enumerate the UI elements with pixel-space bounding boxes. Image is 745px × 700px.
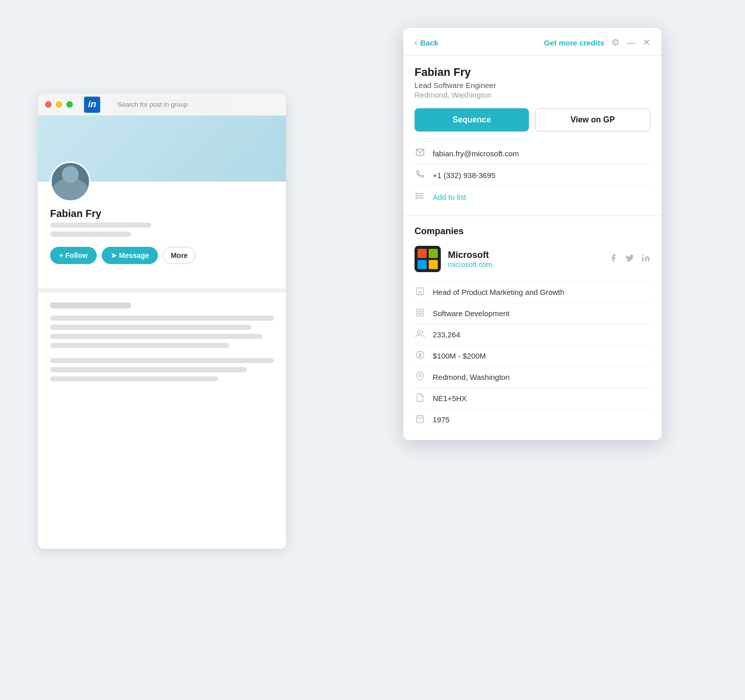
contact-section: Fabian Fry Lead Software Engineer Redmon… [403,56,661,216]
post-section [38,288,286,396]
avatar-svg [52,161,89,200]
avatar-wrap [50,161,91,202]
view-gp-button[interactable]: View on GP [535,108,650,132]
contact-name: Fabian Fry [415,66,650,79]
company-role: Head of Product Marketing and Growth [433,288,564,296]
list-icon [415,191,426,202]
message-button[interactable]: ➤ Message [102,247,158,264]
social-icons [609,253,650,265]
email-icon [415,148,426,159]
svg-point-1 [62,166,78,183]
sk-g [50,376,218,381]
sk-c [50,334,263,339]
company-detail-industry: Software Development [415,302,650,324]
ms-yellow-square [429,260,438,269]
dot-red[interactable] [45,101,52,108]
post-skeleton-title [50,302,131,309]
file-icon [415,393,426,404]
titlebar: in Search for post in group [38,94,286,116]
avatar [50,161,91,202]
company-founded: 1975 [433,415,449,424]
svg-rect-14 [417,314,419,316]
svg-point-7 [416,195,417,196]
facebook-icon[interactable] [609,253,618,265]
company-detail-founded: 1975 [415,409,650,430]
get-credits-button[interactable]: Get more credits [544,38,604,47]
add-to-list-button[interactable]: Add to list [433,193,466,201]
add-to-list-row[interactable]: Add to list [415,186,650,207]
company-detail-role: Head of Product Marketing and Growth [415,281,650,302]
svg-point-10 [642,254,644,255]
gear-icon[interactable]: ⚙ [611,37,619,48]
extension-panel: ‹ Back Get more credits ⚙ — ✕ Fabian Fry… [403,28,661,440]
dollar-icon [415,351,426,361]
svg-point-18 [419,374,422,377]
company-detail-location: Redmond, Washington [415,366,650,387]
skeleton-2 [50,232,131,237]
company-industry: Software Development [433,309,510,318]
ms-red-square [418,249,427,258]
ms-green-square [429,249,438,258]
close-icon[interactable]: ✕ [643,37,650,48]
company-name: Microsoft [448,250,492,260]
company-detail-revenue: $100M - $200M [415,345,650,366]
people-icon [415,329,426,340]
phone-icon [415,169,426,181]
panel-header: ‹ Back Get more credits ⚙ — ✕ [403,28,661,56]
svg-rect-9 [642,256,644,261]
email-value: fabian.fry@microsoft.com [433,149,519,158]
svg-rect-12 [417,309,419,312]
company-name-wrap: Microsoft microsoft.com [448,250,492,269]
back-button[interactable]: Back [420,38,438,47]
linkedin-logo: in [84,97,100,113]
linkedin-search[interactable]: Search for post in group [112,98,234,112]
linkedin-window: in Search for post in group Fabian Fry +… [38,94,286,549]
company-logo [415,246,441,272]
building-icon [415,287,426,297]
linkedin-icon[interactable] [641,253,650,265]
profile-actions: + Follow ➤ Message More [50,247,274,264]
contact-location: Redmond, Washington [415,91,650,99]
sk-d [50,343,229,348]
company-website[interactable]: microsoft.com [448,260,492,269]
svg-point-16 [418,330,421,333]
search-placeholder: Search for post in group [117,101,188,108]
sequence-button[interactable]: Sequence [415,108,529,132]
svg-point-8 [416,198,417,199]
companies-section: Companies Microsoft microsoft.com [403,216,661,440]
sk-f [50,367,247,372]
sk-e [50,358,274,363]
company-detail-employees: 233,264 [415,324,650,345]
companies-title: Companies [415,226,650,237]
company-detail-postal: NE1+5HX [415,387,650,409]
calendar-icon [415,414,426,425]
company-postal: NE1+5HX [433,394,467,403]
sk-b [50,325,252,330]
panel-header-right: Get more credits ⚙ — ✕ [544,37,650,48]
action-buttons: Sequence View on GP [415,108,650,132]
profile-name: Fabian Fry [50,208,274,220]
company-revenue: $100M - $200M [433,352,486,360]
more-button[interactable]: More [163,247,195,264]
dot-yellow[interactable] [56,101,62,108]
company-header: Microsoft microsoft.com [415,246,650,272]
sk-a [50,316,274,321]
twitter-icon[interactable] [625,253,634,265]
skeleton-1 [50,223,151,228]
company-employees: 233,264 [433,330,460,339]
profile-cover [38,116,286,182]
svg-point-6 [416,193,417,194]
panel-header-left: ‹ Back [415,38,438,47]
svg-rect-13 [421,309,424,312]
company-location: Redmond, Washington [433,373,510,381]
svg-rect-19 [417,416,424,423]
contact-title: Lead Software Engineer [415,81,650,90]
minimize-icon[interactable]: — [627,38,636,47]
back-chevron-icon[interactable]: ‹ [415,38,417,47]
svg-rect-15 [421,314,424,316]
follow-button[interactable]: + Follow [50,247,97,264]
phone-value: +1 (332) 938-3695 [433,171,495,180]
ms-blue-square [418,260,427,269]
dot-green[interactable] [66,101,73,108]
pin-icon [415,372,426,382]
